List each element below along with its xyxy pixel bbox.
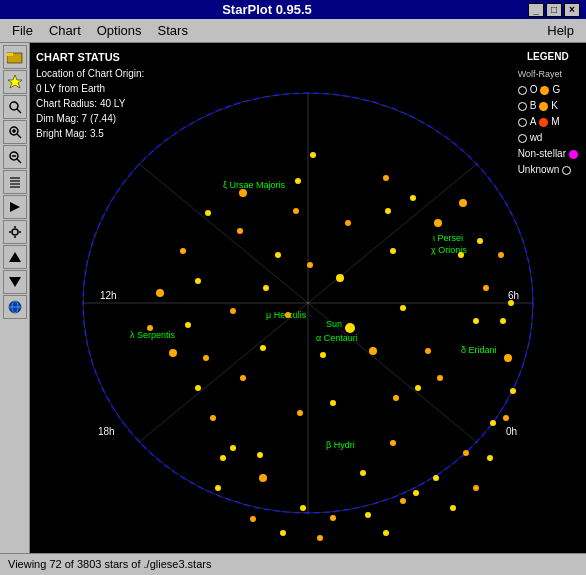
svg-point-103 (345, 220, 351, 226)
svg-point-54 (195, 385, 201, 391)
close-button[interactable]: × (564, 3, 580, 17)
svg-text:β Hydri: β Hydri (326, 440, 355, 450)
svg-rect-1 (7, 53, 13, 56)
toolbar-list-btn[interactable] (3, 170, 27, 194)
title-bar: StarPlot 0.95.5 _ □ × (0, 0, 586, 19)
svg-point-70 (410, 195, 416, 201)
menu-stars[interactable]: Stars (150, 21, 196, 40)
svg-point-113 (147, 325, 153, 331)
toolbar-globe-btn[interactable] (3, 295, 27, 319)
svg-point-57 (259, 474, 267, 482)
svg-text:ξ Ursae Majoris: ξ Ursae Majoris (223, 180, 286, 190)
svg-point-51 (156, 289, 164, 297)
svg-point-92 (459, 199, 467, 207)
svg-point-81 (425, 348, 431, 354)
svg-point-53 (169, 349, 177, 357)
svg-point-100 (415, 385, 421, 391)
status-bar: Viewing 72 of 3803 stars of ./gliese3.st… (0, 553, 586, 573)
svg-text:6h: 6h (508, 290, 519, 301)
toolbar-down-btn[interactable] (3, 270, 27, 294)
toolbar-settings-btn[interactable] (3, 220, 27, 244)
svg-text:λ Serpentis: λ Serpentis (130, 330, 176, 340)
svg-point-102 (385, 208, 391, 214)
maximize-button[interactable]: □ (546, 3, 562, 17)
svg-point-61 (400, 498, 406, 504)
svg-point-78 (369, 347, 377, 355)
svg-point-116 (220, 455, 226, 461)
svg-point-69 (434, 219, 442, 227)
menu-bar: File Chart Options Stars Help (0, 19, 586, 43)
svg-text:18h: 18h (98, 426, 115, 437)
svg-point-47 (239, 189, 247, 197)
toolbar-up-btn[interactable] (3, 245, 27, 269)
svg-marker-16 (10, 202, 20, 212)
svg-point-74 (307, 262, 313, 268)
svg-point-90 (473, 485, 479, 491)
svg-point-65 (504, 354, 512, 362)
svg-point-115 (498, 252, 504, 258)
toolbar-zoom-out-btn[interactable] (3, 145, 27, 169)
svg-point-85 (250, 516, 256, 522)
svg-point-68 (458, 252, 464, 258)
svg-point-59 (330, 515, 336, 521)
svg-point-96 (330, 400, 336, 406)
svg-point-71 (383, 175, 389, 181)
svg-point-75 (336, 274, 344, 282)
svg-point-72 (295, 178, 301, 184)
svg-point-111 (237, 228, 243, 234)
svg-text:Sun: Sun (326, 319, 342, 329)
svg-point-77 (345, 323, 355, 333)
toolbar-zoom-in-btn[interactable] (3, 120, 27, 144)
svg-text:α Centauri: α Centauri (316, 333, 358, 343)
svg-point-49 (180, 248, 186, 254)
toolbar-folder-btn[interactable] (3, 45, 27, 69)
svg-point-97 (297, 410, 303, 416)
svg-point-101 (203, 355, 209, 361)
svg-text:0h: 0h (506, 426, 517, 437)
minimize-button[interactable]: _ (528, 3, 544, 17)
svg-point-88 (390, 440, 396, 446)
menu-file[interactable]: File (4, 21, 41, 40)
svg-point-84 (215, 485, 221, 491)
svg-point-62 (433, 475, 439, 481)
svg-point-86 (280, 530, 286, 536)
svg-point-93 (390, 248, 396, 254)
svg-point-117 (393, 395, 399, 401)
svg-point-76 (285, 312, 291, 318)
svg-point-50 (195, 278, 201, 284)
menu-help[interactable]: Help (539, 21, 582, 40)
svg-point-114 (508, 300, 514, 306)
svg-text:δ Eridani: δ Eridani (461, 345, 497, 355)
svg-point-52 (185, 322, 191, 328)
window-controls[interactable]: _ □ × (528, 3, 580, 17)
menu-options[interactable]: Options (89, 21, 150, 40)
svg-point-107 (293, 208, 299, 214)
svg-point-99 (503, 415, 509, 421)
star-chart-svg: 12h 6h 18h 0h ξ Ursae Majoris ι Persei χ… (68, 63, 548, 543)
svg-point-79 (320, 352, 326, 358)
toolbar-search-btn[interactable] (3, 95, 27, 119)
svg-marker-2 (8, 75, 22, 88)
svg-point-73 (275, 252, 281, 258)
menu-chart[interactable]: Chart (41, 21, 89, 40)
svg-point-46 (310, 152, 316, 158)
svg-point-82 (260, 345, 266, 351)
svg-point-98 (487, 455, 493, 461)
legend-dot-unknown (562, 166, 571, 175)
toolbar-star-btn[interactable] (3, 70, 27, 94)
svg-point-105 (317, 535, 323, 541)
svg-line-6 (17, 134, 21, 138)
svg-marker-22 (9, 252, 21, 262)
svg-point-67 (483, 285, 489, 291)
svg-point-110 (263, 285, 269, 291)
svg-point-55 (210, 415, 216, 421)
svg-marker-23 (9, 277, 21, 287)
svg-line-10 (17, 159, 21, 163)
svg-point-3 (10, 102, 18, 110)
chart-area: CHART STATUS Location of Chart Origin: 0… (30, 43, 586, 553)
svg-point-91 (477, 238, 483, 244)
status-text: Viewing 72 of 3803 stars of ./gliese3.st… (8, 558, 211, 570)
title-bar-title: StarPlot 0.95.5 (6, 2, 528, 17)
toolbar-goto-btn[interactable] (3, 195, 27, 219)
svg-point-83 (240, 375, 246, 381)
